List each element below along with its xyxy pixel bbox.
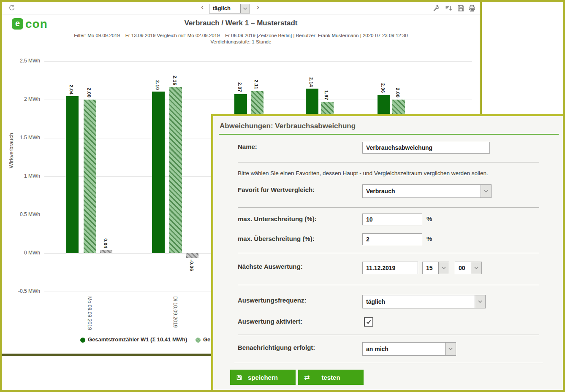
next-period-arrow[interactable]: › [255, 3, 261, 11]
favorit-select[interactable]: Verbrauch [362, 184, 492, 198]
refresh-icon[interactable] [7, 3, 16, 13]
bar-value-label: 2.00 [395, 88, 400, 97]
bar-differenz[interactable] [100, 250, 112, 253]
print-icon[interactable] [467, 3, 476, 13]
aktiviert-checkbox[interactable] [364, 317, 373, 327]
y-axis-tick-label: 0.5 MWh [10, 211, 40, 217]
favorit-hint-text: Bitte wählen Sie einen Favoriten, dessen… [238, 170, 543, 176]
speichern-button-label: speichern [248, 374, 278, 381]
bar-vergleichszeitraum[interactable] [84, 100, 96, 253]
bar-value-label: 2.14 [309, 77, 314, 87]
check-icon [366, 319, 372, 325]
speichern-button[interactable]: speichern [230, 370, 296, 385]
save-floppy-icon [236, 374, 242, 381]
benachrichtigung-select[interactable]: an mich [362, 342, 456, 356]
separator [238, 253, 539, 253]
bar-value-label: 2.06 [380, 83, 386, 93]
chevron-down-icon [240, 4, 250, 13]
name-input[interactable] [362, 142, 490, 154]
chevron-down-icon [438, 262, 449, 274]
ueberschreitung-unit: % [426, 235, 432, 242]
chevron-down-icon [481, 185, 491, 197]
bar-value-label: 0.04 [103, 238, 108, 248]
ueberschreitung-label: max. Überschreitung (%): [238, 235, 315, 242]
favorit-label: Favorit für Wertvergleich: [238, 186, 315, 193]
save-icon[interactable] [456, 3, 465, 13]
filter-info-line2: Verdichtungsstufe: 1 Stunde [2, 39, 480, 44]
favorit-select-value: Verbrauch [363, 185, 481, 197]
unterschreitung-unit: % [426, 215, 432, 222]
separator [234, 363, 543, 363]
y-axis-tick-label: 0 MWh [10, 250, 40, 256]
bar-hauptzeitraum[interactable] [152, 92, 165, 253]
hour-select-value: 15 [423, 262, 438, 274]
y-axis-tick-label: 1 MWh [10, 173, 40, 179]
wrench-icon[interactable] [432, 3, 441, 13]
legend-swatch-compare [196, 338, 201, 343]
unterschreitung-input[interactable] [362, 214, 422, 225]
legend-swatch-main [80, 338, 85, 343]
bar-differenz[interactable] [186, 253, 198, 258]
dialog-title-underline [219, 134, 559, 135]
x-axis-label: Di 10.09.2019 [172, 296, 178, 328]
chevron-down-icon [445, 343, 456, 355]
chevron-down-icon [475, 295, 485, 308]
y-axis-tick-label: 2 MWh [10, 96, 40, 102]
page-title: Verbrauch / Werk 1 – Musterstadt [2, 19, 480, 27]
minute-select[interactable]: 00 [455, 262, 482, 274]
ueberschreitung-input[interactable] [362, 233, 422, 245]
hour-select[interactable]: 15 [422, 262, 449, 274]
filter-info-line1: Filter: Mo 09.09.2019 – Fr 13.09.2019 Ve… [2, 33, 480, 38]
dialog-title: Abweichungen: Verbrauchsabweichung [220, 122, 356, 130]
chevron-down-icon [471, 262, 481, 274]
bar-value-label: 2.16 [172, 76, 177, 85]
bar-value-label: 1.97 [324, 90, 329, 100]
separator [238, 335, 539, 335]
naechste-auswertung-date-input[interactable] [362, 262, 418, 274]
frequenz-label: Auswertungsfrequenz: [238, 297, 307, 304]
bar-value-label: 2.10 [155, 80, 160, 90]
export-sort-icon[interactable] [444, 3, 453, 13]
bar-value-label: 2.11 [254, 80, 259, 89]
y-axis-title: Wirkverbrauch [8, 133, 14, 168]
legend-label: Gesamtstromzähler W1 (Σ 10,41 MWh) [88, 336, 187, 343]
x-axis-label: Mo 09.09.2019 [87, 296, 92, 330]
naechste-auswertung-label: Nächste Auswertung: [238, 263, 303, 270]
period-select[interactable]: täglich [209, 4, 250, 14]
frequenz-select-value: täglich [363, 295, 475, 308]
minute-select-value: 00 [455, 262, 471, 274]
gridline [44, 61, 472, 62]
y-axis-tick-label: -0.5 MWh [10, 288, 40, 294]
aktiviert-label: Auswertung aktiviert: [238, 318, 302, 325]
benachrichtigung-select-value: an mich [363, 343, 445, 355]
benachrichtigung-label: Benachrichtigung erfolgt: [238, 344, 315, 351]
bar-value-label: 2.04 [69, 85, 74, 95]
legend-label: Ge [203, 336, 210, 343]
separator [238, 162, 539, 162]
testen-button-label: testen [321, 374, 340, 381]
bar-value-label: -0.06 [189, 260, 194, 271]
bar-value-label: 2.07 [237, 82, 242, 92]
separator [238, 207, 539, 208]
swap-arrows-icon: ⇄ [304, 373, 310, 381]
abweichung-dialog: Abweichungen: Verbrauchsabweichung Name:… [211, 114, 565, 392]
toolbar-divider [2, 14, 480, 14]
frequenz-select[interactable]: täglich [362, 295, 486, 308]
separator [238, 285, 539, 285]
bar-value-label: 2.00 [87, 88, 92, 97]
name-label: Name: [238, 143, 257, 150]
bar-vergleichszeitraum[interactable] [169, 87, 182, 253]
unterschreitung-label: max. Unterschreitung (%): [238, 215, 317, 222]
y-axis-tick-label: 2.5 MWh [10, 58, 40, 64]
period-select-value: täglich [209, 4, 240, 13]
prev-period-arrow[interactable]: ‹ [199, 3, 206, 11]
testen-button[interactable]: ⇄ testen [298, 370, 364, 385]
bar-hauptzeitraum[interactable] [66, 96, 79, 253]
